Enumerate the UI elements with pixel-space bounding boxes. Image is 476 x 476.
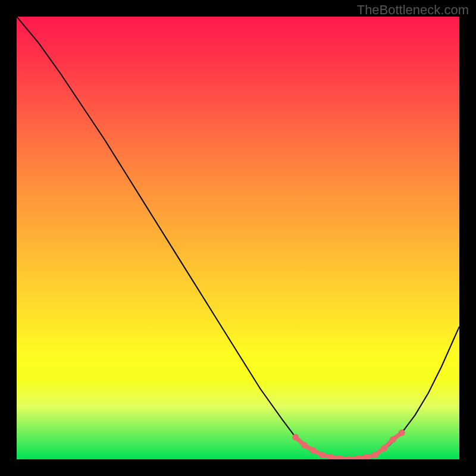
optimal-marker-dot	[310, 447, 317, 454]
optimal-marker-dot	[319, 452, 325, 458]
chart-svg	[17, 17, 459, 459]
optimal-marker-dot	[381, 445, 387, 452]
bottleneck-curve-line	[17, 17, 459, 459]
optimal-marker-dot	[390, 436, 396, 443]
optimal-marker-dot	[354, 455, 361, 459]
optimal-range-markers	[292, 430, 405, 459]
chart-plot-area	[17, 17, 459, 459]
optimal-marker-dot	[301, 442, 308, 449]
watermark-text: TheBottleneck.com	[357, 2, 469, 18]
optimal-marker-dot	[337, 455, 343, 459]
optimal-marker-dot	[399, 430, 405, 436]
optimal-marker-dot	[372, 452, 378, 458]
optimal-marker-dot	[292, 434, 299, 440]
optimal-marker-dot	[346, 456, 352, 460]
